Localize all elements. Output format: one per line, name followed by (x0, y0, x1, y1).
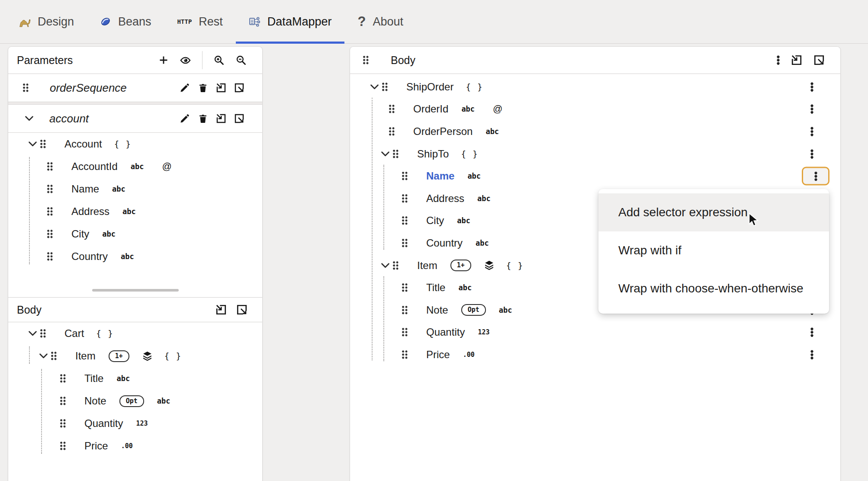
row-kebab-menu-button[interactable] (810, 82, 813, 92)
detach-schema-button[interactable] (234, 83, 244, 93)
field-name: Cart (64, 327, 84, 340)
grip-icon[interactable] (47, 162, 53, 171)
tree-row[interactable]: Quantity 123 (8, 412, 262, 435)
grip-icon[interactable] (60, 419, 66, 428)
grip-icon[interactable] (23, 83, 29, 92)
tree-row[interactable]: OrderPerson abc (350, 120, 840, 143)
attach-schema-button[interactable] (215, 304, 227, 315)
panel-resize-handle[interactable] (92, 289, 179, 292)
tree-row[interactable]: AccountId abc @ (8, 155, 262, 178)
edit-parameter-button[interactable] (180, 113, 190, 124)
string-type-badge: abc (485, 127, 499, 136)
grip-icon[interactable] (393, 150, 399, 158)
tab-rest[interactable]: HTTP Rest (164, 0, 236, 43)
tab-label: Rest (199, 15, 223, 29)
grip-icon[interactable] (402, 306, 408, 314)
toggle-preview-button[interactable] (180, 55, 191, 66)
grip-icon[interactable] (60, 374, 66, 383)
grip-icon[interactable] (60, 397, 66, 405)
detach-schema-button[interactable] (236, 304, 248, 315)
row-kebab-menu-button[interactable] (810, 350, 813, 359)
detach-schema-button[interactable] (234, 113, 244, 124)
grip-icon[interactable] (51, 352, 57, 360)
tree-row[interactable]: Quantity 123 (350, 321, 840, 344)
tree-row[interactable]: Name abc (8, 178, 262, 200)
tree-row[interactable]: ShipOrder { } (350, 76, 840, 98)
camel-icon (18, 16, 31, 28)
tree-row[interactable]: Item 1+ { } (8, 345, 262, 367)
parameter-row-account[interactable]: account (8, 105, 262, 133)
chevron-down-icon[interactable] (26, 331, 39, 336)
grip-icon[interactable] (40, 140, 46, 148)
tree-row[interactable]: Cart { } (8, 322, 262, 345)
tree-row[interactable]: City abc (8, 223, 262, 245)
chevron-down-icon[interactable] (368, 84, 380, 90)
zoom-in-button[interactable] (214, 55, 225, 66)
grip-icon[interactable] (402, 239, 408, 247)
tree-row[interactable]: ShipTo { } (350, 143, 840, 165)
tree-row[interactable]: Country abc (8, 245, 262, 268)
string-type-badge: abc (458, 283, 472, 292)
attribute-badge: @ (162, 161, 171, 172)
attach-schema-button[interactable] (791, 55, 802, 66)
parameter-row-ordersequence[interactable]: orderSequence (8, 74, 262, 102)
tree-row[interactable]: OrderId abc @ (350, 98, 840, 121)
field-name: Price (426, 349, 450, 361)
grip-icon[interactable] (47, 185, 53, 193)
row-kebab-menu-button[interactable] (810, 149, 813, 159)
object-type-badge: { } (461, 149, 478, 159)
detach-schema-button[interactable] (813, 55, 825, 66)
grip-icon[interactable] (402, 328, 408, 337)
grip-icon[interactable] (402, 350, 408, 359)
grip-icon[interactable] (402, 283, 408, 292)
tab-beans[interactable]: Beans (87, 0, 164, 43)
row-kebab-menu-button[interactable] (810, 327, 813, 337)
tree-row[interactable]: Price .00 (350, 343, 840, 366)
chevron-down-icon[interactable] (379, 151, 391, 157)
tree-row[interactable]: Note Opt abc (8, 390, 262, 412)
import-schema-icon (215, 304, 227, 315)
chevron-down-icon[interactable] (37, 353, 49, 359)
tree-row-name-selected[interactable]: Name abc (350, 165, 840, 187)
menu-item-add-selector-expression[interactable]: Add selector expression (598, 193, 829, 231)
grip-icon[interactable] (382, 83, 388, 91)
row-kebab-menu-button-focused[interactable] (802, 167, 829, 186)
delete-parameter-button[interactable] (198, 83, 208, 93)
tree-row[interactable]: Title abc (8, 367, 262, 390)
grip-icon[interactable] (393, 261, 399, 270)
panel-kebab-menu-button[interactable] (777, 55, 780, 65)
tree-row[interactable]: Address abc (8, 200, 262, 223)
grip-icon[interactable] (402, 172, 408, 180)
menu-item-wrap-with-if[interactable]: Wrap with if (598, 231, 829, 269)
tab-datamapper[interactable]: DataMapper (236, 0, 345, 43)
tab-design[interactable]: Design (5, 0, 87, 43)
grip-icon[interactable] (389, 127, 395, 136)
zoom-in-icon (214, 55, 225, 66)
add-parameter-button[interactable] (158, 55, 169, 65)
zoom-out-button[interactable] (236, 55, 247, 66)
export-schema-icon (234, 83, 244, 93)
grip-icon[interactable] (40, 329, 46, 338)
grip-icon[interactable] (60, 442, 66, 450)
grip-icon[interactable] (47, 230, 53, 238)
grip-icon[interactable] (389, 105, 395, 113)
tree-row[interactable]: Price .00 (8, 435, 262, 457)
menu-item-wrap-with-choose-when-otherwise[interactable]: Wrap with choose-when-otherwise (598, 269, 829, 308)
grip-icon[interactable] (47, 252, 53, 261)
grip-icon[interactable] (402, 194, 408, 203)
grip-icon[interactable] (47, 207, 53, 216)
chevron-down-icon[interactable] (26, 141, 39, 147)
chevron-down-icon[interactable] (379, 263, 391, 268)
grip-icon[interactable] (402, 216, 408, 225)
grip-icon[interactable] (363, 56, 369, 64)
string-type-badge: abc (476, 239, 489, 247)
attach-schema-button[interactable] (216, 113, 226, 124)
tab-about[interactable]: ? About (344, 0, 416, 43)
edit-parameter-button[interactable] (180, 83, 190, 93)
row-kebab-menu-button[interactable] (810, 104, 813, 114)
tree-row[interactable]: Account { } (8, 133, 262, 155)
delete-parameter-button[interactable] (198, 113, 208, 124)
chevron-down-icon[interactable] (23, 116, 35, 121)
attach-schema-button[interactable] (216, 83, 226, 93)
row-kebab-menu-button[interactable] (810, 127, 813, 136)
